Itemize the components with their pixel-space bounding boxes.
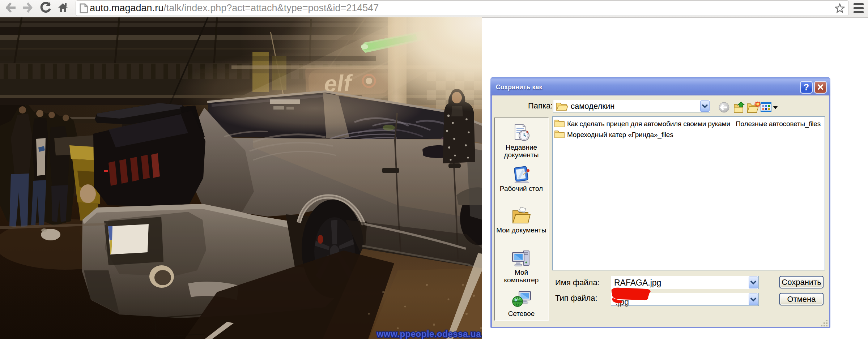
svg-text:www.ppeople.odessa.ua: www.ppeople.odessa.ua <box>376 329 481 339</box>
